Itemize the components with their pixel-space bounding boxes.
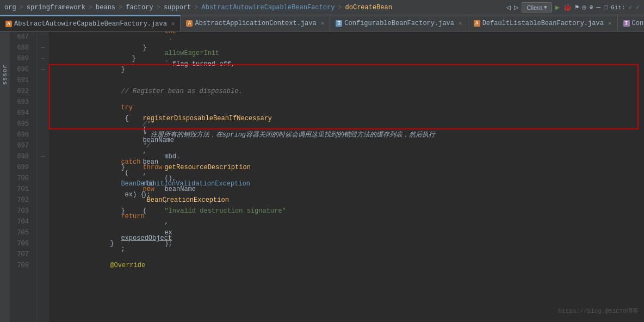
tab-abstract-app-context[interactable]: A AbstractApplicationContext.java ✕ bbox=[181, 15, 330, 31]
tab-close-1[interactable]: ✕ bbox=[171, 20, 175, 27]
tab-icon-5: I bbox=[623, 20, 630, 27]
code-container: 687 688 689 690 691 692 693 694 695 696 … bbox=[10, 32, 644, 322]
code-687-kw: the bbox=[164, 32, 176, 35]
code-line-708: @Override bbox=[52, 260, 644, 271]
tab-close-2[interactable]: ✕ bbox=[321, 20, 325, 27]
code-line-706: } bbox=[52, 238, 644, 249]
code-line-692: // Register bean as disposable. bbox=[52, 86, 644, 97]
code-690-brace: } bbox=[121, 66, 125, 73]
minimize-icon[interactable]: — bbox=[597, 4, 600, 11]
toolbar-right: ◁ ▷ Client ▾ ▶ 🐞 ⚑ ◎ ⊕ — □ Git: ✓ ✓ bbox=[506, 2, 640, 13]
sep2: > bbox=[89, 4, 92, 11]
tab-abstract-autowire[interactable]: A AbstractAutowireCapableBeanFactory.jav… bbox=[0, 15, 181, 31]
line-num-705: 705 bbox=[10, 227, 32, 238]
sep4: > bbox=[157, 4, 160, 11]
sep5: > bbox=[194, 4, 198, 11]
gutter-687 bbox=[37, 32, 49, 42]
tab-label-3: ConfigurableBeanFactory.java bbox=[344, 20, 454, 27]
debug-icon[interactable]: 🐞 bbox=[563, 3, 572, 12]
code-688-brace: } bbox=[143, 44, 146, 52]
code-702-fn: getResourceDescription bbox=[164, 164, 250, 171]
fold-698[interactable]: — bbox=[41, 151, 45, 162]
line-num-692: 692 bbox=[10, 86, 32, 97]
code-line-690: } bbox=[52, 64, 644, 75]
line-num-698: 698 bbox=[10, 151, 32, 162]
sep1: > bbox=[20, 4, 23, 11]
line-num-690: 690 bbox=[10, 64, 32, 75]
gutter-690: — bbox=[37, 64, 49, 75]
gutter-702 bbox=[37, 195, 49, 206]
line-708-content: @Override bbox=[52, 249, 145, 282]
breadcrumb-org: org bbox=[4, 4, 16, 11]
line-num-688: 688 bbox=[10, 42, 32, 53]
code-706-brace: } bbox=[110, 240, 114, 247]
code-698-fn: registerDisposableBeanIfNecessary bbox=[143, 115, 272, 122]
nav-forward-icon[interactable]: ▷ bbox=[514, 3, 518, 12]
gutter-695 bbox=[37, 119, 49, 129]
nav-back-icon[interactable]: ◁ bbox=[506, 3, 511, 12]
code-lines: 'getBeanNamesForType' with the ` allowEa… bbox=[49, 32, 644, 322]
tab-close-3[interactable]: ✕ bbox=[459, 20, 462, 27]
line-num-696: 696 bbox=[10, 129, 32, 140]
line-num-697: 697 bbox=[10, 140, 32, 151]
line-num-689: 689 bbox=[10, 53, 32, 64]
sep6: > bbox=[338, 4, 342, 11]
tab-label-5: Cons bbox=[632, 20, 645, 27]
editor-area[interactable]: 687 688 689 690 691 692 693 694 695 696 … bbox=[10, 32, 644, 322]
tab-configurable-bean[interactable]: I ConfigurableBeanFactory.java ✕ bbox=[330, 15, 468, 31]
tab-label-4: DefaultListableBeanFactory.java bbox=[482, 20, 604, 27]
code-708-annot: @Override bbox=[110, 262, 145, 269]
top-bar: org > springframework > beans > factory … bbox=[0, 0, 644, 15]
breadcrumb-method[interactable]: doCreateBean bbox=[345, 4, 392, 11]
line-num-687: 687 bbox=[10, 32, 32, 42]
git-label: Git: bbox=[611, 4, 625, 11]
line-num-701: 701 bbox=[10, 184, 32, 195]
code-line-705: return exposedObject ; bbox=[52, 227, 644, 238]
code-692-comment: // Register bean as disposable. bbox=[121, 88, 242, 95]
tab-cons[interactable]: I Cons ✕ bbox=[618, 15, 645, 31]
line-num-691: 691 bbox=[10, 75, 32, 86]
line-num-703: 703 bbox=[10, 206, 32, 216]
coverage-icon[interactable]: ⚑ bbox=[575, 3, 579, 11]
code-line-688: } bbox=[52, 42, 644, 53]
run-icon[interactable]: ▶ bbox=[555, 3, 560, 12]
line-num-702: 702 bbox=[10, 195, 32, 206]
line-num-708: 708 bbox=[10, 260, 32, 271]
code-702-beanname: beanName bbox=[164, 185, 196, 193]
gutter-700 bbox=[37, 173, 49, 184]
line-numbers: 687 688 689 690 691 692 693 694 695 696 … bbox=[10, 32, 37, 322]
line-num-707: 707 bbox=[10, 249, 32, 260]
fold-688[interactable]: — bbox=[41, 42, 45, 53]
profile-icon[interactable]: ◎ bbox=[582, 3, 586, 11]
gutter-701 bbox=[37, 184, 49, 195]
gutter-705 bbox=[37, 227, 49, 238]
gutter-703 bbox=[37, 206, 49, 216]
fold-689[interactable]: — bbox=[41, 53, 45, 64]
breadcrumb-beans: beans bbox=[96, 4, 115, 11]
tab-default-listable[interactable]: A DefaultListableBeanFactory.java ✕ bbox=[468, 15, 618, 31]
code-gutter: — — — — bbox=[37, 32, 49, 322]
fold-690[interactable]: — bbox=[41, 64, 45, 75]
line-num-694: 694 bbox=[10, 108, 32, 119]
gutter-698: — bbox=[37, 151, 49, 162]
restore-icon[interactable]: □ bbox=[604, 4, 608, 11]
gutter-688: — bbox=[37, 42, 49, 53]
gutter-708 bbox=[37, 260, 49, 271]
code-705-return: return bbox=[121, 213, 144, 220]
line-num-695: 695 bbox=[10, 119, 32, 129]
client-dropdown-button[interactable]: Client ▾ bbox=[522, 2, 552, 13]
breadcrumb-support: support bbox=[164, 4, 191, 11]
sep3: > bbox=[119, 4, 122, 11]
tab-label-2: AbstractApplicationContext.java bbox=[195, 20, 316, 27]
tab-close-4[interactable]: ✕ bbox=[608, 20, 612, 27]
gutter-707 bbox=[37, 249, 49, 260]
gutter-694 bbox=[37, 108, 49, 119]
breadcrumb-springframework: springframework bbox=[27, 4, 85, 11]
client-label: Client bbox=[527, 4, 542, 11]
breadcrumb-class[interactable]: AbstractAutowireCapableBeanFactory bbox=[202, 4, 335, 11]
more-run-icon[interactable]: ⊕ bbox=[589, 3, 593, 11]
line-num-699: 699 bbox=[10, 162, 32, 173]
code-line-689: } bbox=[52, 53, 644, 64]
gutter-689: — bbox=[37, 53, 49, 64]
line-num-693: 693 bbox=[10, 97, 32, 108]
